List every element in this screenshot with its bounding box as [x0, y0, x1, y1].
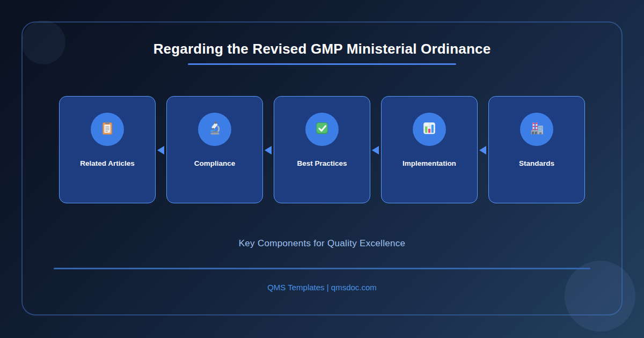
icon-circle	[520, 113, 553, 146]
card-label: Compliance	[179, 159, 250, 168]
footer-divider	[54, 268, 590, 269]
card-best-practices: Best Practices	[274, 96, 370, 203]
left-arrow-icon	[479, 146, 486, 155]
icon-circle	[198, 113, 231, 146]
icon-circle	[91, 113, 124, 146]
icon-circle	[413, 113, 446, 146]
card-implementation: Implementation	[381, 96, 478, 203]
card-label: Implementation	[394, 159, 465, 168]
clipboard-icon	[99, 120, 115, 138]
card-label: Related Articles	[72, 159, 143, 168]
card-label: Standards	[501, 159, 572, 168]
title-underline	[188, 63, 456, 65]
card-compliance: Compliance	[166, 96, 263, 203]
check-mark-icon	[314, 120, 330, 138]
subtitle: Key Components for Quality Excellence	[0, 238, 644, 249]
bar-chart-icon	[421, 120, 437, 138]
factory-icon	[529, 120, 545, 138]
component-cards-row: Related Articles Compliance	[59, 96, 585, 203]
card-standards: Standards	[488, 96, 585, 203]
infographic-canvas: Regarding the Revised GMP Ministerial Or…	[0, 0, 644, 338]
left-arrow-icon	[157, 146, 164, 155]
card-related-articles: Related Articles	[59, 96, 156, 203]
footer-credit: QMS Templates | qmsdoc.com	[0, 283, 644, 292]
left-arrow-icon	[265, 146, 272, 155]
left-arrow-icon	[372, 146, 379, 155]
page-title: Regarding the Revised GMP Ministerial Or…	[0, 41, 644, 57]
microscope-icon	[207, 120, 223, 138]
icon-circle	[305, 113, 339, 146]
card-label: Best Practices	[287, 159, 357, 168]
